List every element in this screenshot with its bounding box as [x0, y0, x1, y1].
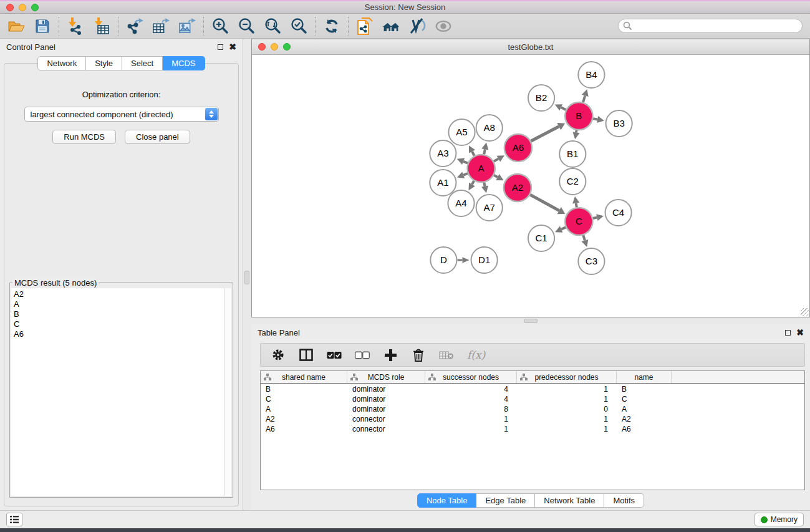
- table-row[interactable]: Adominator80A: [261, 404, 804, 414]
- table-row[interactable]: A2connector11A2: [261, 414, 804, 424]
- column-header-name[interactable]: name: [617, 371, 672, 383]
- column-header-MCDS-role[interactable]: MCDS role: [347, 371, 425, 383]
- graph-edge-B-B3[interactable]: [593, 118, 597, 119]
- graph-edge-A-A6[interactable]: [494, 159, 499, 162]
- close-table-panel-icon[interactable]: ✖: [796, 329, 804, 336]
- delete-trash-icon[interactable]: [411, 347, 426, 362]
- result-item[interactable]: A: [14, 299, 224, 309]
- network-close-button[interactable]: [258, 43, 266, 51]
- slashed-v-icon[interactable]: [408, 17, 426, 35]
- table-row[interactable]: Bdominator41B: [261, 384, 804, 394]
- result-item[interactable]: A6: [14, 329, 224, 339]
- horizontal-splitter-handle[interactable]: [524, 319, 538, 323]
- graph-edge-B-B2[interactable]: [561, 107, 566, 110]
- float-panel-icon[interactable]: [218, 44, 223, 50]
- network-maximize-button[interactable]: [283, 43, 291, 51]
- graph-node-C4[interactable]: C4: [605, 200, 632, 226]
- graph-edge-B-B1[interactable]: [576, 130, 577, 133]
- network-minimize-button[interactable]: [271, 43, 278, 51]
- graph-edge-B-B4[interactable]: [583, 95, 585, 102]
- zoom-in-icon[interactable]: [211, 17, 229, 35]
- close-panel-icon[interactable]: ✖: [229, 44, 236, 50]
- double-home-icon[interactable]: [382, 17, 400, 35]
- save-session-icon[interactable]: [34, 17, 51, 35]
- tab-network[interactable]: Network: [37, 56, 86, 70]
- horizontal-splitter[interactable]: [251, 317, 810, 324]
- graph-node-A4[interactable]: A4: [448, 190, 474, 216]
- graph-node-C3[interactable]: C3: [578, 248, 604, 274]
- graph-node-A2[interactable]: A2: [504, 174, 531, 201]
- graph-edge-A-A1[interactable]: [463, 173, 468, 175]
- export-image-icon[interactable]: [178, 17, 196, 35]
- graph-edge-C-C3[interactable]: [583, 235, 585, 241]
- graph-node-A5[interactable]: A5: [448, 119, 475, 145]
- function-builder-icon[interactable]: f(x): [467, 349, 485, 361]
- delete-table-icon[interactable]: [439, 347, 454, 362]
- graph-edge-A-A4[interactable]: [472, 181, 474, 185]
- memory-button[interactable]: Memory: [755, 513, 804, 526]
- criterion-dropdown[interactable]: largest connected component (directed): [24, 107, 219, 122]
- table-settings-gear-icon[interactable]: [271, 347, 286, 362]
- table-row[interactable]: A6connector11A6: [261, 424, 804, 434]
- graph-edge-A6-B[interactable]: [531, 127, 559, 142]
- graph-node-A1[interactable]: A1: [430, 170, 456, 196]
- import-network-icon[interactable]: [67, 17, 84, 35]
- mcds-scrollbar[interactable]: [224, 288, 231, 496]
- graph-edge-A-A3[interactable]: [463, 162, 468, 163]
- column-view-icon[interactable]: [299, 347, 314, 362]
- graph-node-B4[interactable]: B4: [578, 62, 604, 88]
- result-item[interactable]: C: [14, 319, 224, 329]
- tab-select[interactable]: Select: [122, 56, 163, 70]
- graph-node-A8[interactable]: A8: [476, 115, 503, 141]
- column-header-successor-nodes[interactable]: successor nodes: [425, 371, 517, 383]
- import-table-icon[interactable]: [93, 17, 110, 35]
- graph-node-B2[interactable]: B2: [528, 85, 554, 111]
- result-item[interactable]: B: [14, 309, 224, 319]
- graph-node-C[interactable]: C: [565, 208, 592, 235]
- refresh-icon[interactable]: [323, 17, 340, 35]
- resize-grip-icon[interactable]: [801, 308, 809, 316]
- add-column-plus-icon[interactable]: [383, 347, 398, 362]
- graph-node-A7[interactable]: A7: [476, 195, 503, 221]
- graph-node-A[interactable]: A: [468, 155, 495, 182]
- tab-edge-table[interactable]: Edge Table: [476, 493, 535, 508]
- graph-edge-C-C2[interactable]: [576, 203, 577, 208]
- graph-edge-A-A5[interactable]: [472, 152, 475, 156]
- graph-edge-C-C4[interactable]: [593, 218, 597, 218]
- graph-node-A6[interactable]: A6: [504, 134, 532, 162]
- graph-node-B[interactable]: B: [565, 102, 592, 130]
- tab-node-table[interactable]: Node Table: [417, 493, 477, 508]
- task-history-button[interactable]: [6, 513, 22, 526]
- eye-icon[interactable]: [435, 17, 452, 35]
- open-file-icon[interactable]: [7, 17, 25, 35]
- zoom-selected-icon[interactable]: [290, 17, 307, 35]
- graph-edge-A-A2[interactable]: [494, 175, 498, 177]
- close-panel-button[interactable]: Close panel: [125, 130, 190, 144]
- tab-network-table[interactable]: Network Table: [535, 493, 604, 508]
- graph-edge-C-C1[interactable]: [561, 227, 566, 229]
- float-table-panel-icon[interactable]: [785, 330, 791, 336]
- splitter-handle[interactable]: [244, 271, 249, 284]
- tab-motifs[interactable]: Motifs: [604, 493, 644, 508]
- graph-node-B1[interactable]: B1: [559, 141, 586, 167]
- export-table-icon[interactable]: [152, 17, 170, 35]
- graph-node-D[interactable]: D: [430, 247, 456, 273]
- graph-node-C1[interactable]: C1: [528, 225, 554, 251]
- panel-splitter[interactable]: [243, 39, 251, 510]
- graph-node-A3[interactable]: A3: [430, 140, 456, 167]
- zoom-out-icon[interactable]: [238, 17, 255, 35]
- column-header-shared-name[interactable]: shared name: [261, 371, 347, 383]
- network-document-icon[interactable]: [356, 17, 374, 35]
- tab-mcds[interactable]: MCDS: [163, 56, 205, 70]
- graph-edge-A-A8[interactable]: [484, 149, 485, 154]
- table-row[interactable]: Cdominator41C: [261, 394, 804, 404]
- run-mcds-button[interactable]: Run MCDS: [52, 130, 116, 144]
- zoom-fit-icon[interactable]: [264, 17, 281, 35]
- network-window-titlebar[interactable]: testGlobe.txt: [252, 39, 809, 55]
- select-all-checkboxes-icon[interactable]: [327, 347, 342, 362]
- export-network-icon[interactable]: [126, 17, 143, 35]
- tab-style[interactable]: Style: [86, 56, 122, 70]
- deselect-all-checkboxes-icon[interactable]: [355, 347, 370, 362]
- network-canvas[interactable]: B4B2BB3A8A5A6A3B1AC2A1A2A4A7C4CC1C3DD1: [252, 55, 809, 317]
- result-item[interactable]: A2: [14, 289, 224, 299]
